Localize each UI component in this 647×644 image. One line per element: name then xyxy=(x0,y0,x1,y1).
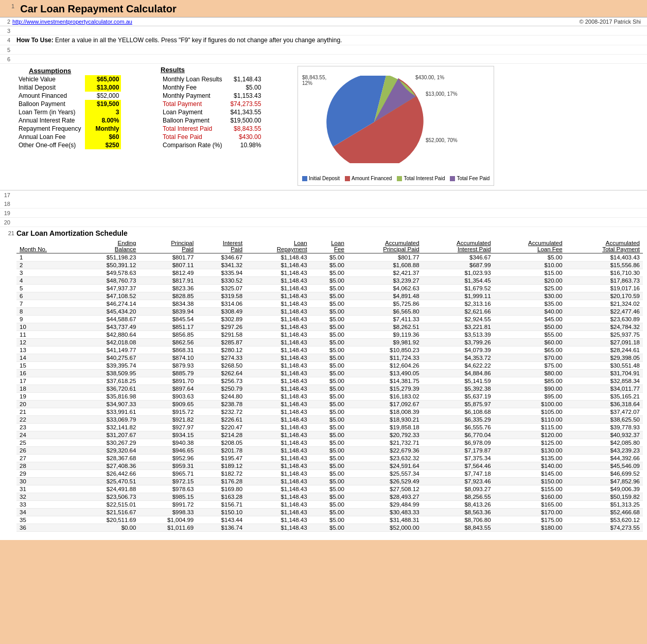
amort-cell: $862.56 xyxy=(139,339,197,346)
assumption-value[interactable]: $19,500 xyxy=(85,100,121,108)
amort-data-row: 32$23,506.73$985.15$163.28$1,148.43$5.00… xyxy=(16,493,643,501)
amort-cell: 28 xyxy=(16,462,76,470)
amort-cell: $43,737.49 xyxy=(76,323,139,331)
amort-cell: $12,604.26 xyxy=(347,362,423,370)
amort-cell: $5.00 xyxy=(310,447,347,455)
amort-cell: $934.15 xyxy=(139,431,197,439)
amort-cell: $1,148.43 xyxy=(246,462,310,470)
amort-data-row: 31$24,491.88$978.63$169.80$1,148.43$5.00… xyxy=(16,485,643,493)
amort-cell: 29 xyxy=(16,470,76,478)
amort-data-row: 30$25,470.51$972.15$176.28$1,148.43$5.00… xyxy=(16,478,643,485)
amort-cell: 2 xyxy=(16,262,76,269)
amort-cell: $7,375.34 xyxy=(423,455,494,462)
amort-cell: $29,320.64 xyxy=(76,447,139,455)
assumption-value[interactable]: 8.00% xyxy=(85,116,121,125)
amort-cell: $341.32 xyxy=(197,262,246,269)
result-label: Comparison Rate (%) xyxy=(161,141,228,149)
amort-cell: $874.10 xyxy=(139,354,197,362)
assumption-value[interactable]: $250 xyxy=(85,141,121,149)
amort-cell: $189.12 xyxy=(197,462,246,470)
amort-cell: $823.36 xyxy=(139,285,197,292)
amort-cell: $18,008.39 xyxy=(347,408,423,416)
amort-cell: $37,618.25 xyxy=(76,377,139,385)
amort-cell: $915.72 xyxy=(139,408,197,416)
amort-cell: 14 xyxy=(16,354,76,362)
amort-cell: $1,148.43 xyxy=(246,493,310,501)
amort-cell: 21 xyxy=(16,408,76,416)
website-link[interactable]: http://www.investmentpropertycalculator.… xyxy=(12,19,580,25)
amort-cell: $8,706.80 xyxy=(423,516,494,524)
amort-cell: 23 xyxy=(16,424,76,431)
assumption-value[interactable]: $65,000 xyxy=(85,75,121,83)
result-label: Monthly Loan Results xyxy=(161,75,228,83)
amort-cell: $972.15 xyxy=(139,478,197,485)
amort-cell: $14,381.75 xyxy=(347,377,423,385)
amort-cell: $946.65 xyxy=(139,447,197,455)
amort-data-row: 14$40,275.67$874.10$274.33$1,148.43$5.00… xyxy=(16,354,643,362)
amort-cell: $1,148.43 xyxy=(246,416,310,424)
amort-cell: $1,148.43 xyxy=(246,401,310,408)
amort-cell: 24 xyxy=(16,431,76,439)
amort-cell: $8,262.51 xyxy=(347,323,423,331)
assumption-value[interactable]: Monthly xyxy=(85,125,121,133)
amort-cell: $5,141.59 xyxy=(423,377,494,385)
amort-cell: $47,852.96 xyxy=(566,478,643,485)
amort-cell: $5.00 xyxy=(310,493,347,501)
amort-cell: $49,578.63 xyxy=(76,269,139,277)
amort-cell: 16 xyxy=(16,370,76,377)
assumption-value[interactable]: 3 xyxy=(85,108,121,116)
assumption-row: Repayment FrequencyMonthly xyxy=(16,125,121,133)
amort-cell: $1,148.43 xyxy=(246,346,310,354)
amort-cell: $29,484.99 xyxy=(347,501,423,509)
amort-cell: 8 xyxy=(16,308,76,316)
amort-cell: $182.72 xyxy=(197,470,246,478)
result-value: $41,343.55 xyxy=(228,108,263,116)
amort-cell: $136.74 xyxy=(197,524,246,532)
amort-cell: $1,004.99 xyxy=(139,516,197,524)
amort-cell: $5.00 xyxy=(310,316,347,323)
amort-cell: $5.00 xyxy=(310,262,347,269)
amort-cell: $40,932.37 xyxy=(566,431,643,439)
amort-cell: $330.52 xyxy=(197,277,246,285)
amort-cell: $7,411.33 xyxy=(347,316,423,323)
amort-cell: $226.61 xyxy=(197,416,246,424)
result-value: $5.00 xyxy=(228,83,263,92)
amort-cell: $4,079.39 xyxy=(423,346,494,354)
result-label: Balloon Payment xyxy=(161,116,228,125)
amort-cell: $155.00 xyxy=(494,485,566,493)
amort-cell: $1,148.43 xyxy=(246,393,310,401)
amort-cell: $244.80 xyxy=(197,393,246,401)
amort-cell: $176.28 xyxy=(197,478,246,485)
amort-cell: $180.00 xyxy=(494,524,566,532)
amort-cell: 33 xyxy=(16,501,76,509)
amort-cell: $20,170.59 xyxy=(566,292,643,300)
amort-cell: $5.00 xyxy=(310,485,347,493)
amort-cell: $51,313.25 xyxy=(566,501,643,509)
assumption-value[interactable]: $60 xyxy=(85,133,121,141)
amort-data-row: 13$41,149.77$868.31$280.12$1,148.43$5.00… xyxy=(16,346,643,354)
amort-cell: $1,148.43 xyxy=(246,323,310,331)
amort-cell: $903.63 xyxy=(139,393,197,401)
amort-cell: $26,529.49 xyxy=(347,478,423,485)
amort-cell: $5.00 xyxy=(310,277,347,285)
amort-cell: $1,148.43 xyxy=(246,308,310,316)
instructions-text: How To Use: Enter a value in all the YEL… xyxy=(12,37,342,44)
amort-cell: $5.00 xyxy=(310,431,347,439)
amort-cell: $1,148.43 xyxy=(246,509,310,516)
amort-cell: $5.00 xyxy=(310,424,347,431)
amort-data-row: 33$22,515.01$991.72$156.71$1,148.43$5.00… xyxy=(16,501,643,509)
amort-cell: 20 xyxy=(16,401,76,408)
amort-cell: $921.82 xyxy=(139,416,197,424)
assumption-row: Amount Financed$52,000 xyxy=(16,92,121,100)
amort-cell: $1,148.43 xyxy=(246,331,310,339)
amort-cell: $5,392.38 xyxy=(423,385,494,393)
amort-cell: $1,148.43 xyxy=(246,300,310,308)
amort-cell: $31,207.67 xyxy=(76,431,139,439)
amort-cell: $21,324.02 xyxy=(566,300,643,308)
assumption-value[interactable]: $13,000 xyxy=(85,83,121,92)
amort-cell: $6,978.09 xyxy=(423,439,494,447)
assumption-row: Initial Deposit$13,000 xyxy=(16,83,121,92)
result-row: Comparison Rate (%)10.98% xyxy=(161,141,263,149)
result-row: Monthly Fee$5.00 xyxy=(161,83,263,92)
amort-data-row: 9$44,588.67$845.54$302.89$1,148.43$5.00$… xyxy=(16,316,643,323)
